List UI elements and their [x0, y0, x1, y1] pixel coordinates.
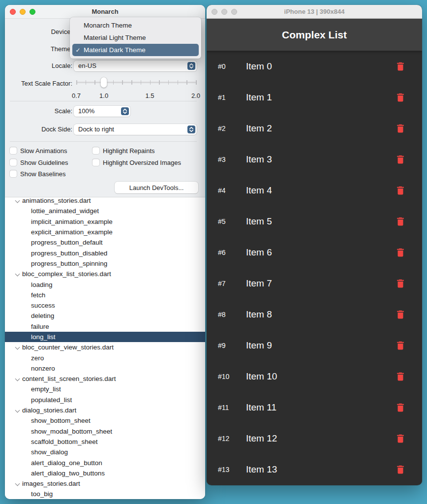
slider-tick: [122, 80, 123, 85]
item-label: Item 7: [246, 278, 272, 289]
zoom-button[interactable]: [231, 9, 237, 15]
delete-button[interactable]: [395, 247, 406, 258]
tree-item[interactable]: dialog_stories.dart: [5, 405, 205, 415]
menu-item[interactable]: ✓ Material Dark Theme: [72, 44, 199, 56]
tree-item[interactable]: success: [5, 300, 205, 311]
checkbox-row[interactable]: Show Guidelines: [10, 158, 68, 166]
checkbox[interactable]: [10, 170, 17, 177]
tree-item[interactable]: scaffold_bottom_sheet: [5, 437, 205, 447]
tree-item[interactable]: implicit_animation_example: [5, 217, 205, 227]
simulator-window: iPhone 13 | 390x844 Complex List #0 Item…: [207, 5, 422, 485]
tree-item-label: scaffold_bottom_sheet: [31, 438, 98, 445]
checkbox[interactable]: [92, 147, 99, 154]
menu-item[interactable]: ✓ Material Light Theme: [72, 32, 199, 44]
delete-button[interactable]: [395, 464, 406, 475]
tree-item[interactable]: bloc_counter_view_stories.dart: [5, 342, 205, 352]
menu-item[interactable]: ✓ Monarch Theme: [72, 19, 199, 32]
up-down-chevrons-icon: [121, 107, 129, 115]
tree-item[interactable]: failure: [5, 321, 205, 332]
tree-item[interactable]: alert_dialog_two_buttons: [5, 468, 205, 478]
simulator-title: iPhone 13 | 390x844: [207, 8, 422, 15]
trash-icon: [395, 464, 406, 475]
delete-button[interactable]: [395, 371, 406, 382]
chevron-down-icon[interactable]: [15, 269, 22, 279]
checkbox-row[interactable]: Show Baselines: [10, 170, 66, 178]
close-button[interactable]: [212, 9, 217, 15]
tree-item[interactable]: show_dialog: [5, 447, 205, 457]
minimize-button[interactable]: [221, 9, 227, 15]
delete-button[interactable]: [395, 433, 406, 444]
tree-item[interactable]: alert_dialog_one_button: [5, 457, 205, 468]
slider-thumb[interactable]: [101, 77, 107, 88]
tree-item[interactable]: show_bottom_sheet: [5, 415, 205, 426]
list-item: #7 Item 7: [207, 268, 422, 299]
locale-popup[interactable]: en-US: [74, 61, 197, 71]
list-item: #8 Item 8: [207, 299, 422, 330]
monarch-window: Monarch Device: Theme: Locale: en-US: [5, 5, 205, 499]
tree-item[interactable]: deleting: [5, 311, 205, 321]
checkbox[interactable]: [10, 147, 17, 154]
checkbox-row[interactable]: Highlight Repaints: [92, 147, 155, 155]
text-scale-slider[interactable]: 0.71.01.52.0: [76, 77, 196, 88]
close-button[interactable]: [10, 9, 16, 15]
item-index: #13: [218, 466, 246, 473]
chevron-down-icon[interactable]: [15, 374, 22, 384]
tree-item[interactable]: animations_stories.dart: [5, 197, 205, 206]
tree-item-label: success: [31, 302, 55, 309]
tree-item[interactable]: content_list_screen_stories.dart: [5, 374, 205, 384]
item-label: Item 4: [246, 185, 272, 196]
chevron-down-icon[interactable]: [15, 405, 22, 415]
tree-item[interactable]: explicit_animation_example: [5, 227, 205, 237]
chevron-down-icon[interactable]: [15, 197, 22, 206]
delete-button[interactable]: [395, 278, 406, 289]
delete-button[interactable]: [395, 123, 406, 134]
tree-item[interactable]: zero: [5, 352, 205, 363]
launch-devtools-button[interactable]: Launch DevTools...: [115, 182, 198, 193]
tree-item[interactable]: progress_button_spinning: [5, 258, 205, 269]
minimize-button[interactable]: [20, 9, 26, 15]
tree-item[interactable]: loading: [5, 279, 205, 289]
list-item: #13 Item 13: [207, 454, 422, 485]
menu-item-label: Material Dark Theme: [84, 46, 146, 54]
simulator-titlebar[interactable]: iPhone 13 | 390x844: [207, 5, 422, 19]
tree-item[interactable]: fetch: [5, 290, 205, 300]
chevron-down-icon[interactable]: [15, 342, 22, 352]
checkbox-row[interactable]: Slow Animations: [10, 147, 67, 155]
item-label: Item 9: [246, 340, 272, 351]
delete-button[interactable]: [395, 340, 406, 351]
checkbox[interactable]: [92, 159, 99, 166]
checkbox[interactable]: [10, 159, 17, 166]
scale-popup[interactable]: 100%: [74, 106, 130, 117]
tree-item-label: show_modal_bottom_sheet: [31, 428, 112, 435]
checkbox-label: Slow Animations: [20, 147, 67, 155]
chevron-down-icon[interactable]: [15, 478, 22, 489]
delete-button[interactable]: [395, 402, 406, 413]
tree-item[interactable]: progress_button_disabled: [5, 248, 205, 258]
tree-item[interactable]: lottie_animated_widget: [5, 206, 205, 216]
tree-item[interactable]: progress_button_default: [5, 237, 205, 248]
delete-button[interactable]: [395, 216, 406, 227]
list-item: #4 Item 4: [207, 175, 422, 206]
tree-item[interactable]: populated_list: [5, 395, 205, 405]
delete-button[interactable]: [395, 61, 406, 72]
dock-side-popup[interactable]: Dock to right: [74, 124, 197, 135]
slider-tick-label: 1.5: [145, 92, 154, 99]
checkbox-row[interactable]: Highlight Oversized Images: [92, 158, 181, 166]
tree-item[interactable]: bloc_complex_list_stories.dart: [5, 269, 205, 279]
delete-button[interactable]: [395, 92, 406, 103]
delete-button[interactable]: [395, 154, 406, 165]
delete-button[interactable]: [395, 309, 406, 320]
tree-item[interactable]: nonzero: [5, 363, 205, 374]
monarch-titlebar[interactable]: Monarch: [5, 5, 205, 19]
complex-list[interactable]: #0 Item 0 #1 Item 1 #2 Item 2 #3 Item 3: [207, 51, 422, 485]
zoom-button[interactable]: [30, 9, 35, 15]
tree-item-label: zero: [31, 354, 44, 362]
delete-button[interactable]: [395, 185, 406, 196]
tree-item[interactable]: show_modal_bottom_sheet: [5, 426, 205, 437]
tree-item[interactable]: long_list: [5, 332, 205, 342]
checkmark-icon: ✓: [72, 47, 84, 54]
tree-item[interactable]: too_big: [5, 489, 205, 499]
slider-tick-label: 2.0: [191, 92, 200, 99]
tree-item[interactable]: images_stories.dart: [5, 478, 205, 489]
tree-item[interactable]: empty_list: [5, 384, 205, 394]
